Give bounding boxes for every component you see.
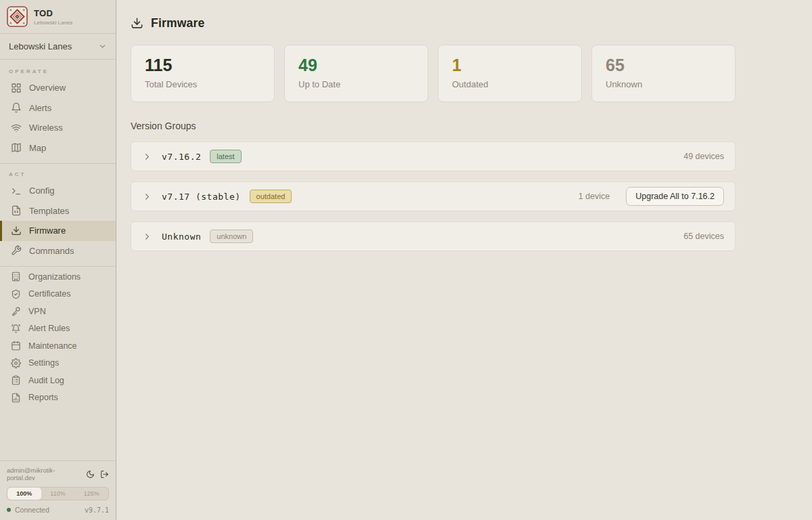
page-title: Firmware (151, 16, 204, 30)
bell-icon (11, 102, 22, 113)
account-email: admin@mikrotik-portal.dev (7, 467, 81, 481)
main-content: Firmware 115 Total Devices 49 Up to Date… (116, 0, 812, 520)
file-code-icon (11, 205, 22, 216)
stat-value: 115 (145, 56, 261, 75)
sidebar-item-overview[interactable]: Overview (0, 78, 116, 98)
firmware-version: v7.16.2 (162, 152, 201, 162)
device-count: 65 devices (683, 232, 724, 241)
chevron-right-icon (142, 232, 152, 242)
map-icon (11, 142, 22, 153)
divider (0, 163, 116, 164)
app-subtitle: Lebowski Lanes (34, 20, 72, 26)
sidebar-item-label: Reports (28, 393, 58, 402)
sidebar: TOD Lebowski Lanes Lebowski Lanes OPERAT… (0, 0, 116, 520)
stat-value: 1 (452, 56, 568, 75)
sidebar-item-label: Alerts (29, 103, 51, 113)
shield-check-icon (11, 289, 21, 299)
sidebar-item-wireless[interactable]: Wireless (0, 118, 116, 138)
report-icon (11, 393, 21, 403)
stat-card-outdated: 1 Outdated (438, 45, 582, 102)
stat-value: 65 (606, 56, 721, 75)
connection-status: Connected (15, 506, 85, 514)
sidebar-item-audit-log[interactable]: Audit Log (0, 372, 116, 389)
stat-value: 49 (298, 56, 414, 75)
expand-row-button[interactable] (142, 152, 152, 162)
terminal-icon (11, 186, 22, 196)
download-icon (11, 225, 22, 236)
sidebar-item-alert-rules[interactable]: Alert Rules (0, 320, 116, 338)
logout-icon (100, 470, 109, 479)
chevron-down-icon (98, 42, 107, 51)
sidebar-item-alerts[interactable]: Alerts (0, 98, 116, 118)
ui-zoom-control: 100% 110% 125% (7, 487, 109, 500)
key-icon (11, 306, 21, 316)
chevron-right-icon (142, 152, 152, 162)
chevron-right-icon (142, 192, 152, 202)
sidebar-footer: admin@mikrotik-portal.dev 100% 110% 125%… (0, 460, 116, 520)
org-selector[interactable]: Lebowski Lanes (0, 34, 116, 60)
bell-ring-icon (11, 324, 21, 334)
sidebar-item-label: Maintenance (28, 341, 77, 351)
firmware-version: Unknown (162, 232, 201, 242)
sidebar-item-maintenance[interactable]: Maintenance (0, 337, 116, 355)
stat-label: Total Devices (145, 79, 261, 89)
stat-label: Outdated (452, 79, 568, 89)
sidebar-item-label: Overview (29, 83, 66, 93)
app-name: TOD (34, 8, 72, 18)
zoom-option-100[interactable]: 100% (7, 488, 41, 500)
sidebar-item-reports[interactable]: Reports (0, 389, 116, 407)
logo-icon (7, 6, 28, 27)
dashboard-icon (11, 83, 22, 93)
sidebar-item-map[interactable]: Map (0, 138, 116, 158)
upgrade-all-button[interactable]: Upgrade All to 7.16.2 (626, 187, 724, 206)
section-label-operate: OPERATE (0, 62, 116, 78)
sidebar-item-label: Certificates (28, 289, 71, 299)
sidebar-item-label: Organizations (28, 272, 81, 282)
logout-button[interactable] (100, 470, 109, 479)
sidebar-item-label: Commands (29, 246, 74, 256)
section-label-act: ACT (0, 165, 116, 181)
sidebar-item-certificates[interactable]: Certificates (0, 286, 116, 303)
building-icon (11, 272, 21, 282)
download-icon (131, 17, 143, 30)
app-version: v9.7.1 (85, 506, 109, 514)
stat-label: Unknown (606, 79, 721, 89)
sidebar-item-label: Config (29, 186, 55, 196)
moon-icon (86, 470, 95, 479)
zoom-option-110[interactable]: 110% (41, 488, 75, 500)
sidebar-item-organizations[interactable]: Organizations (0, 268, 116, 286)
sidebar-nav: OPERATE Overview Alerts Wireless Map ACT… (0, 60, 116, 406)
version-group-row-stable[interactable]: v7.17 (stable) outdated 1 device Upgrade… (131, 181, 736, 211)
sidebar-item-label: Firmware (29, 225, 66, 236)
expand-row-button[interactable] (142, 192, 152, 202)
clipboard-icon (11, 375, 21, 385)
sidebar-item-firmware[interactable]: Firmware (0, 221, 116, 241)
divider (0, 266, 116, 267)
theme-toggle-button[interactable] (86, 470, 95, 479)
sidebar-item-vpn[interactable]: VPN (0, 303, 116, 320)
sidebar-item-label: Wireless (29, 123, 63, 133)
wifi-icon (11, 123, 22, 133)
sidebar-item-templates[interactable]: Templates (0, 201, 116, 221)
firmware-version: v7.17 (stable) (162, 192, 241, 202)
stat-card-unknown: 65 Unknown (591, 45, 736, 102)
expand-row-button[interactable] (142, 232, 152, 242)
calendar-icon (11, 341, 21, 351)
device-count: 49 devices (683, 152, 724, 161)
version-group-row-latest[interactable]: v7.16.2 latest 49 devices (131, 142, 736, 171)
sidebar-item-label: Templates (29, 206, 69, 216)
wrench-icon (11, 245, 22, 256)
page-header: Firmware (131, 16, 736, 30)
sidebar-item-label: VPN (28, 307, 46, 316)
status-badge: outdated (250, 190, 292, 203)
status-badge: unknown (210, 230, 253, 243)
zoom-option-125[interactable]: 125% (74, 488, 108, 500)
gear-icon (11, 358, 21, 368)
version-group-row-unknown[interactable]: Unknown unknown 65 devices (131, 221, 736, 251)
sidebar-item-commands[interactable]: Commands (0, 241, 116, 261)
sidebar-item-settings[interactable]: Settings (0, 355, 116, 372)
org-selector-value: Lebowski Lanes (9, 41, 72, 51)
sidebar-item-config[interactable]: Config (0, 181, 116, 201)
stat-card-total-devices: 115 Total Devices (131, 45, 275, 102)
stat-card-up-to-date: 49 Up to Date (284, 45, 428, 102)
